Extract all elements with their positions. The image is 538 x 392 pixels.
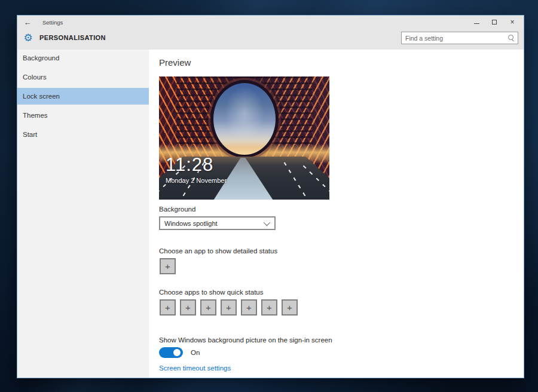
- header: ⚙ PERSONALISATION: [17, 29, 524, 50]
- plus-icon: +: [185, 303, 191, 312]
- desktop-background: ← Settings × ⚙ PERSONALISATION: [0, 0, 538, 392]
- sidebar: Background Colours Lock screen Themes St…: [17, 50, 149, 378]
- quick-status-add-button-2[interactable]: +: [180, 299, 196, 316]
- lock-screen-time: 11:28: [166, 155, 227, 175]
- minimize-icon: [474, 23, 479, 24]
- plus-icon: +: [287, 303, 292, 312]
- quick-status-add-button-1[interactable]: +: [160, 299, 176, 316]
- preview-heading: Preview: [159, 57, 191, 68]
- sidebar-item-lock-screen[interactable]: Lock screen: [17, 88, 149, 105]
- back-arrow-icon: ←: [24, 18, 32, 27]
- background-dropdown[interactable]: Windows spotlight: [159, 216, 276, 230]
- signin-toggle-row: On: [159, 347, 200, 358]
- background-dropdown-value: Windows spotlight: [160, 220, 264, 227]
- caption-buttons: ×: [467, 16, 521, 29]
- lock-screen-clock: 11:28 Monday 2 November: [166, 155, 227, 184]
- plus-icon: +: [165, 262, 170, 271]
- plus-icon: +: [226, 303, 231, 312]
- quick-status-add-button-4[interactable]: +: [221, 299, 237, 316]
- settings-window: ← Settings × ⚙ PERSONALISATION: [17, 15, 524, 378]
- preview-sky-oval: [210, 80, 279, 158]
- plus-icon: +: [246, 303, 252, 312]
- maximize-icon: [492, 20, 497, 24]
- plus-icon: +: [267, 303, 272, 312]
- back-button[interactable]: ←: [17, 16, 38, 29]
- plus-icon: +: [206, 303, 211, 312]
- toggle-state-label: On: [191, 349, 200, 356]
- minimize-button[interactable]: [467, 16, 485, 29]
- detailed-status-add-button[interactable]: +: [160, 258, 176, 274]
- quick-status-add-button-3[interactable]: +: [200, 299, 216, 316]
- sidebar-item-themes[interactable]: Themes: [17, 107, 149, 124]
- chevron-down-icon: [264, 219, 270, 225]
- quick-status-label: Choose apps to show quick status: [159, 289, 264, 296]
- detailed-status-row: +: [160, 258, 176, 274]
- main-panel: Preview 11:28 Monday 2 November: [149, 50, 524, 378]
- search-input[interactable]: [402, 35, 506, 42]
- background-label: Background: [159, 206, 195, 213]
- quick-status-add-button-6[interactable]: +: [261, 299, 277, 316]
- toggle-knob: [173, 349, 181, 356]
- titlebar: ← Settings ×: [17, 16, 524, 29]
- signin-background-toggle[interactable]: [159, 347, 183, 358]
- sidebar-item-background[interactable]: Background: [17, 50, 149, 66]
- detailed-status-label: Choose an app to show detailed status: [159, 247, 277, 255]
- quick-status-add-button-5[interactable]: +: [241, 299, 257, 316]
- search-icon[interactable]: [506, 33, 516, 43]
- page-title: PERSONALISATION: [39, 34, 106, 41]
- sidebar-item-colours[interactable]: Colours: [17, 69, 149, 85]
- close-button[interactable]: ×: [503, 16, 521, 29]
- quick-status-row: + + + + + + +: [160, 299, 298, 316]
- plus-icon: +: [165, 303, 170, 312]
- lock-screen-date: Monday 2 November: [166, 177, 227, 184]
- close-icon: ×: [510, 18, 514, 26]
- gear-icon: ⚙: [22, 32, 34, 44]
- window-title: Settings: [42, 19, 63, 26]
- lock-screen-preview-image: 11:28 Monday 2 November: [159, 76, 329, 200]
- quick-status-add-button-7[interactable]: +: [282, 299, 298, 316]
- screen-timeout-settings-link[interactable]: Screen timeout settings: [159, 365, 231, 372]
- signin-background-label: Show Windows background picture on the s…: [159, 336, 332, 344]
- search-box: [401, 32, 518, 44]
- maximize-button[interactable]: [485, 16, 503, 29]
- sidebar-item-start[interactable]: Start: [17, 126, 149, 143]
